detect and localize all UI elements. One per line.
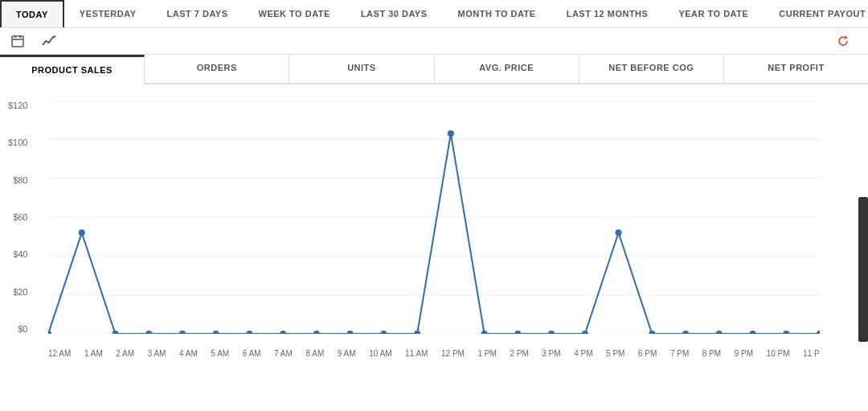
date-tab-yesterday[interactable]: YESTERDAY [64, 0, 152, 27]
svg-point-29 [616, 229, 622, 236]
x-axis-label: 9 AM [338, 349, 356, 358]
y-axis-labels: $0$20$40$60$80$100$120 [8, 101, 27, 334]
x-axis-label: 2 AM [116, 349, 134, 358]
refresh-area [837, 35, 857, 47]
svg-marker-4 [845, 35, 848, 39]
x-axis-label: 7 PM [670, 349, 689, 358]
svg-point-18 [246, 331, 252, 334]
x-axis-label: 6 AM [243, 349, 261, 358]
svg-point-19 [280, 331, 286, 334]
x-axis-label: 11 AM [405, 349, 428, 358]
svg-point-17 [213, 331, 219, 334]
controls-left [11, 35, 61, 47]
refresh-button[interactable] [837, 35, 852, 47]
date-tabs-container: TODAYYESTERDAYLAST 7 DAYSWEEK TO DATELAS… [0, 0, 868, 28]
svg-point-27 [548, 331, 555, 334]
y-axis-label: $100 [8, 138, 27, 147]
x-axis-label: 10 AM [369, 349, 391, 358]
svg-point-23 [414, 331, 420, 334]
x-axis-label: 1 AM [84, 349, 103, 358]
svg-point-14 [112, 331, 118, 334]
x-axis-label: 6 PM [638, 349, 657, 358]
x-axis-label: 12 PM [441, 349, 465, 358]
x-axis-label: 7 AM [274, 349, 293, 358]
date-tab-today[interactable]: TODAY [0, 0, 64, 27]
x-axis-label: 8 PM [702, 349, 721, 358]
x-axis-label: 10 PM [767, 349, 790, 358]
svg-point-35 [817, 331, 820, 334]
metric-tab-orders[interactable]: ORDERS [145, 55, 289, 83]
x-axis-label: 3 PM [542, 349, 560, 358]
x-axis-label: 4 AM [179, 349, 198, 358]
date-tab-last7[interactable]: LAST 7 DAYS [152, 0, 244, 27]
scrollbar[interactable] [858, 197, 868, 342]
calendar-icon [11, 35, 24, 47]
chart-container: 12 AM1 AM2 AM3 AM4 AM5 AM6 AM7 AM8 AM9 A… [0, 84, 868, 374]
metric-tab-units[interactable]: UNITS [289, 55, 434, 83]
svg-point-20 [313, 331, 320, 334]
date-tab-currentPayout[interactable]: CURRENT PAYOUT [764, 0, 868, 27]
svg-point-24 [448, 130, 454, 137]
svg-point-33 [750, 331, 756, 334]
x-axis-label: 2 PM [510, 349, 528, 358]
svg-point-25 [481, 331, 488, 334]
x-axis-label: 12 AM [48, 349, 71, 358]
y-axis-label: $60 [8, 212, 27, 222]
svg-point-16 [179, 331, 186, 334]
date-tab-weekToDate[interactable]: WEEK TO DATE [244, 0, 346, 27]
svg-point-30 [649, 331, 655, 334]
svg-point-28 [582, 331, 588, 334]
metric-tab-netBeforeCog[interactable]: NET BEFORE COG [579, 55, 724, 83]
metric-tab-netProfit[interactable]: NET PROFIT [724, 55, 868, 83]
x-axis-label: 5 PM [606, 349, 624, 358]
svg-point-13 [79, 229, 85, 236]
x-axis-label: 9 PM [735, 349, 753, 358]
date-tab-last12months[interactable]: LAST 12 MONTHS [551, 0, 664, 27]
svg-point-22 [380, 331, 387, 334]
x-axis-label: 3 AM [148, 349, 166, 358]
svg-point-32 [716, 331, 723, 334]
metric-tabs-container: PRODUCT SALESORDERSUNITSAVG. PRICENET BE… [0, 55, 868, 84]
x-axis-label: 4 PM [574, 349, 592, 358]
y-axis-label: $20 [8, 287, 27, 297]
y-axis-label: $120 [8, 101, 27, 110]
by-day-button[interactable] [11, 35, 29, 47]
y-axis-label: $0 [8, 324, 27, 334]
svg-rect-0 [12, 36, 23, 47]
y-axis-label: $40 [8, 249, 27, 259]
x-axis-labels: 12 AM1 AM2 AM3 AM4 AM5 AM6 AM7 AM8 AM9 A… [48, 349, 820, 358]
refresh-icon [837, 35, 849, 47]
x-axis-label: 1 PM [477, 349, 496, 358]
chart-inner: 12 AM1 AM2 AM3 AM4 AM5 AM6 AM7 AM8 AM9 A… [48, 101, 820, 334]
date-tab-monthToDate[interactable]: MONTH TO DATE [443, 0, 551, 27]
svg-point-31 [682, 331, 689, 334]
svg-point-34 [783, 331, 789, 334]
metric-tab-avgPrice[interactable]: AVG. PRICE [435, 55, 579, 83]
date-tab-last30[interactable]: LAST 30 DAYS [346, 0, 443, 27]
x-axis-label: 11 P [803, 349, 820, 358]
date-tab-yearToDate[interactable]: YEAR TO DATE [663, 0, 764, 27]
controls-row [0, 28, 868, 55]
chart-icon [42, 35, 56, 47]
svg-point-12 [48, 331, 51, 334]
x-axis-label: 8 AM [305, 349, 324, 358]
svg-point-15 [145, 331, 152, 334]
svg-point-26 [514, 331, 521, 334]
svg-point-21 [347, 331, 354, 334]
chart-button[interactable] [42, 35, 61, 47]
line-chart [48, 101, 820, 334]
metric-tab-productSales[interactable]: PRODUCT SALES [0, 55, 145, 84]
y-axis-label: $80 [8, 175, 27, 185]
x-axis-label: 5 AM [211, 349, 229, 358]
